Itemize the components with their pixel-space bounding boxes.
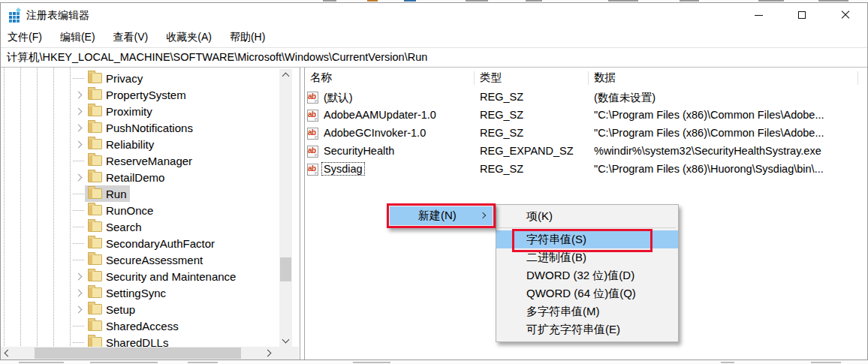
tree-item-reliability[interactable]: Reliability — [1, 136, 279, 152]
tree-item-privacy[interactable]: Privacy — [1, 70, 279, 86]
address-path: 计算机\HKEY_LOCAL_MACHINE\SOFTWARE\Microsof… — [7, 50, 427, 65]
maximize-icon — [798, 11, 806, 19]
string-value-icon: ab — [307, 92, 318, 104]
background-fragment — [680, 0, 699, 2]
tree-item-runonce[interactable]: RunOnce — [1, 202, 279, 218]
folder-icon — [88, 337, 102, 347]
submenu-item-binary-value[interactable]: 二进制值(B) — [496, 248, 678, 266]
folder-icon — [88, 106, 102, 116]
tree-item-reservemanager[interactable]: ReserveManager — [1, 152, 279, 169]
list-header: 名称 类型 数据 — [305, 68, 867, 88]
background-fragment — [367, 0, 378, 2]
context-menu-item-new[interactable]: 新建(N) — [390, 206, 493, 225]
folder-icon — [88, 139, 102, 149]
scroll-right-icon[interactable] — [264, 350, 272, 357]
submenu-item-qword-value[interactable]: QWORD (64 位)值(Q) — [496, 284, 678, 302]
scroll-up-icon[interactable] — [282, 73, 290, 80]
tree-item-run[interactable]: Run — [1, 185, 279, 202]
tree-connector — [73, 342, 85, 343]
scroll-left-icon[interactable] — [5, 350, 12, 357]
tree-item-secondaryauthfactor[interactable]: SecondaryAuthFactor — [1, 235, 279, 251]
tree-connector — [73, 78, 85, 79]
tree-selection: Run — [85, 185, 130, 202]
folder-icon — [88, 188, 102, 199]
menu-file[interactable]: 文件(F) — [8, 31, 42, 44]
menu-edit[interactable]: 编辑(E) — [60, 31, 95, 44]
address-bar[interactable]: 计算机\HKEY_LOCAL_MACHINE\SOFTWARE\Microsof… — [1, 47, 867, 68]
tree-horizontal-scrollbar[interactable] — [1, 347, 299, 359]
close-button[interactable] — [824, 3, 867, 27]
new-submenu: 项(K) 字符串值(S) 二进制值(B) DWORD (32 位)值(D) QW… — [496, 204, 679, 342]
value-row-adobeaamupdater[interactable]: ab AdobeAAMUpdater-1.0 REG_SZ "C:\Progra… — [305, 107, 867, 125]
background-fragment — [526, 0, 542, 2]
chevron-right-icon[interactable] — [75, 174, 83, 182]
background-fragment — [758, 0, 784, 2]
string-value-icon: ab — [307, 146, 318, 158]
chevron-right-icon[interactable] — [75, 290, 83, 297]
string-value-icon: ab — [307, 110, 318, 122]
submenu-item-dword-value[interactable]: DWORD (32 位)值(D) — [496, 266, 678, 284]
submenu-item-expandable-string-value[interactable]: 可扩充字符串值(E) — [496, 320, 678, 338]
chevron-right-icon[interactable] — [75, 125, 83, 132]
tree-item-setup[interactable]: Setup — [1, 301, 279, 317]
submenu-item-string-value[interactable]: 字符串值(S) — [496, 230, 678, 248]
value-row-securityhealth[interactable]: ab SecurityHealth REG_EXPAND_SZ %windir%… — [305, 143, 867, 161]
value-row-default[interactable]: ab (默认) REG_SZ (数值未设置) — [305, 89, 867, 107]
tree-vertical-scrollbar[interactable] — [279, 69, 292, 347]
registry-tree-pane[interactable]: Privacy PropertySystem Proximity PushNot… — [1, 68, 300, 359]
vertical-scrollbar-thumb[interactable] — [280, 257, 291, 281]
minimize-button[interactable] — [737, 3, 780, 27]
background-fragment — [404, 0, 416, 2]
tree-connector — [73, 194, 85, 194]
horizontal-scrollbar-thumb[interactable] — [35, 347, 241, 359]
column-header-type[interactable]: 类型 — [475, 68, 588, 88]
tree-connector — [73, 161, 85, 161]
tree-item-search[interactable]: Search — [1, 218, 279, 235]
column-header-name[interactable]: 名称 — [305, 68, 474, 88]
chevron-right-icon[interactable] — [75, 92, 83, 99]
context-menu-new: 新建(N) — [387, 203, 496, 228]
menu-favorites[interactable]: 收藏夹(A) — [166, 31, 212, 44]
background-fragment — [353, 362, 390, 363]
tree-item-secureassessment[interactable]: SecureAssessment — [1, 251, 279, 268]
value-row-sysdiag[interactable]: ab Sysdiag REG_SZ "C:\Program Files (x86… — [305, 161, 867, 179]
tree-connector — [73, 326, 85, 326]
titlebar[interactable]: 注册表编辑器 — [1, 3, 867, 28]
string-value-icon: ab — [307, 128, 318, 140]
tree-item-proximity[interactable]: Proximity — [1, 103, 279, 119]
tree-item-pushnotifications[interactable]: PushNotifications — [1, 119, 279, 136]
background-fragment — [721, 362, 734, 363]
tree-item-settingsync[interactable]: SettingSync — [1, 284, 279, 301]
window-title: 注册表编辑器 — [26, 9, 89, 23]
submenu-item-key[interactable]: 项(K) — [496, 207, 678, 225]
maximize-button[interactable] — [780, 3, 824, 27]
menu-view[interactable]: 查看(V) — [113, 31, 149, 44]
tree-connector — [73, 227, 85, 227]
pane-splitter[interactable] — [300, 68, 305, 359]
background-fragment — [188, 362, 218, 363]
tree-item-security-and-maintenance[interactable]: Security and Maintenance — [1, 268, 279, 284]
submenu-arrow-icon — [480, 212, 486, 218]
background-fragment — [608, 0, 638, 2]
column-header-data[interactable]: 数据 — [589, 68, 857, 88]
column-divider[interactable] — [857, 71, 858, 85]
submenu-item-multi-string-value[interactable]: 多字符串值(M) — [496, 302, 678, 320]
folder-icon — [88, 254, 102, 265]
chevron-right-icon[interactable] — [75, 306, 83, 314]
tree-items: Privacy PropertySystem Proximity PushNot… — [1, 70, 279, 350]
minimize-icon — [755, 15, 763, 16]
chevron-right-icon[interactable] — [75, 141, 83, 149]
background-fragment — [818, 0, 848, 2]
tree-item-propertysystem[interactable]: PropertySystem — [1, 86, 279, 103]
background-bottom-sliver — [0, 360, 868, 364]
tree-item-sharedaccess[interactable]: SharedAccess — [1, 317, 279, 334]
registry-editor-screen: 注册表编辑器 文件(F) 编辑(E) 查看(V) 收藏夹(A) 帮助(H) 计算… — [0, 0, 868, 364]
menubar: 文件(F) 编辑(E) 查看(V) 收藏夹(A) 帮助(H) — [1, 28, 867, 47]
value-row-adobegcinvoker[interactable]: ab AdobeGCInvoker-1.0 REG_SZ "C:\Program… — [305, 125, 867, 143]
folder-icon — [88, 89, 102, 100]
scroll-down-icon[interactable] — [282, 336, 290, 344]
chevron-right-icon[interactable] — [75, 108, 83, 116]
menu-help[interactable]: 帮助(H) — [230, 31, 265, 44]
tree-item-retaildemo[interactable]: RetailDemo — [1, 169, 279, 185]
chevron-right-icon[interactable] — [75, 273, 83, 281]
